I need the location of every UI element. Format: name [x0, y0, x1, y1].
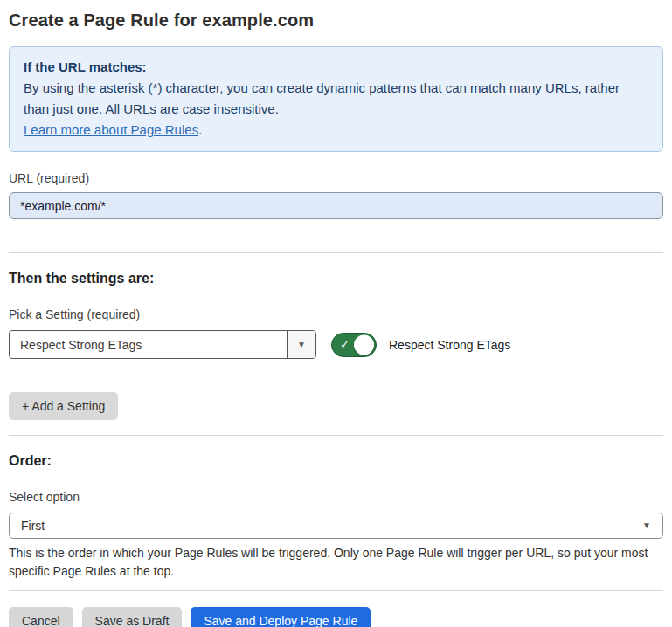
setting-toggle-label: Respect Strong ETags: [389, 338, 510, 352]
add-setting-button[interactable]: + Add a Setting: [9, 392, 118, 420]
order-section-heading: Order:: [9, 453, 663, 469]
link-suffix: .: [198, 122, 202, 137]
toggle-knob: [354, 334, 374, 355]
form-actions: Cancel Save as Draft Save and Deploy Pag…: [9, 607, 663, 627]
setting-picker-label: Pick a Setting (required): [9, 307, 663, 321]
url-input[interactable]: [9, 192, 663, 219]
order-select[interactable]: First ▼: [9, 513, 663, 539]
save-deploy-button[interactable]: Save and Deploy Page Rule: [191, 607, 371, 627]
setting-select-value: Respect Strong ETags: [10, 331, 287, 358]
save-draft-button[interactable]: Save as Draft: [82, 607, 183, 627]
page-title: Create a Page Rule for example.com: [9, 10, 663, 31]
cancel-button[interactable]: Cancel: [9, 607, 73, 627]
info-box-body: By using the asterisk (*) character, you…: [24, 78, 648, 120]
info-box-heading: If the URL matches:: [24, 57, 648, 78]
url-match-info-box: If the URL matches: By using the asteris…: [9, 46, 663, 152]
setting-select-arrow-button[interactable]: ▼: [287, 331, 315, 358]
setting-row: Respect Strong ETags ▼ ✓ Respect Strong …: [9, 330, 663, 359]
info-box-link-line: Learn more about Page Rules.: [24, 120, 648, 141]
setting-toggle[interactable]: ✓: [331, 333, 377, 357]
order-select-label: Select option: [9, 490, 663, 504]
chevron-down-icon: ▼: [297, 341, 306, 349]
order-select-value: First: [21, 519, 45, 533]
divider: [9, 435, 663, 436]
chevron-down-icon: ▼: [642, 521, 651, 530]
setting-select[interactable]: Respect Strong ETags ▼: [9, 330, 316, 359]
learn-more-link[interactable]: Learn more about Page Rules: [24, 122, 198, 137]
divider: [9, 590, 663, 591]
settings-section-heading: Then the settings are:: [9, 271, 663, 286]
setting-toggle-group: ✓ Respect Strong ETags: [331, 333, 510, 357]
check-icon: ✓: [340, 338, 350, 351]
order-help-text: This is the order in which your Page Rul…: [9, 544, 660, 581]
divider: [9, 252, 663, 253]
url-field-label: URL (required): [9, 171, 663, 185]
